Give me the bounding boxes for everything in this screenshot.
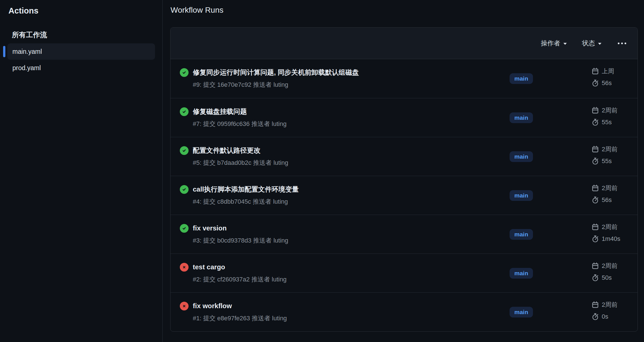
- runs-filter-bar: 操作者 状态: [171, 28, 638, 59]
- chevron-down-icon: [598, 43, 601, 45]
- calendar-icon: [592, 146, 599, 153]
- sidebar-item-prod-yaml[interactable]: prod.yaml: [7, 60, 155, 76]
- run-subtitle: #5: 提交 b7daad0b2c 推送者 luting: [193, 159, 288, 167]
- run-duration: 55s: [602, 118, 612, 126]
- run-duration: 0s: [602, 312, 608, 321]
- run-title[interactable]: 修复磁盘挂载问题: [193, 107, 287, 116]
- sidebar-item-main-yaml[interactable]: main.yaml: [7, 43, 155, 60]
- kebab-icon: [625, 43, 626, 44]
- workflow-run-row[interactable]: 修复磁盘挂载问题 #7: 提交 0959f6c636 推送者 luting ma…: [171, 98, 638, 137]
- workflow-run-row[interactable]: fix version #3: 提交 b0cd9378d3 推送者 luting…: [171, 215, 638, 254]
- run-subtitle: #7: 提交 0959f6c636 推送者 luting: [193, 120, 287, 128]
- branch-badge[interactable]: main: [510, 112, 533, 123]
- branch-badge[interactable]: main: [510, 307, 533, 317]
- success-icon: [180, 224, 189, 233]
- success-icon: [180, 185, 189, 194]
- branch-badge[interactable]: main: [510, 73, 533, 84]
- run-subtitle: #4: 提交 c8dbb7045c 推送者 luting: [193, 197, 299, 206]
- run-date: 2周前: [602, 223, 618, 231]
- calendar-icon: [592, 301, 599, 308]
- run-subtitle: #2: 提交 cf260937a2 推送者 luting: [193, 275, 287, 284]
- branch-badge[interactable]: main: [510, 151, 533, 162]
- success-icon: [180, 68, 189, 77]
- run-duration: 56s: [602, 79, 612, 87]
- stopwatch-icon: [592, 79, 599, 87]
- run-meta: 2周前 55s: [592, 106, 618, 126]
- main-content: Workflow Runs 操作者 状态: [163, 0, 644, 342]
- run-meta: 2周前 1m40s: [592, 223, 620, 243]
- workflow-run-row[interactable]: 修复同步运行时间计算问题, 同步关机前卸载默认组磁盘 #9: 提交 16e70e…: [171, 59, 638, 98]
- success-icon: [180, 107, 189, 116]
- calendar-icon: [592, 223, 599, 231]
- stopwatch-icon: [592, 274, 599, 281]
- status-filter-label: 状态: [582, 39, 595, 48]
- run-subtitle: #1: 提交 e8e97fe263 推送者 luting: [193, 314, 287, 323]
- run-subtitle: #9: 提交 16e70e7c92 推送者 luting: [193, 81, 359, 89]
- run-title[interactable]: 配置文件默认路径更改: [193, 146, 288, 155]
- branch-badge[interactable]: main: [510, 190, 533, 201]
- workflow-run-row[interactable]: call执行脚本添加配置文件环境变量 #4: 提交 c8dbb7045c 推送者…: [171, 176, 638, 215]
- calendar-icon: [592, 107, 599, 114]
- stopwatch-icon: [592, 157, 599, 165]
- run-date: 上周: [602, 67, 614, 75]
- run-duration: 1m40s: [602, 235, 620, 243]
- workflow-run-row[interactable]: fix workflow #1: 提交 e8e97fe263 推送者 lutin…: [171, 292, 638, 331]
- chevron-down-icon: [563, 43, 567, 45]
- success-icon: [180, 146, 189, 155]
- page: Actions 所有工作流 main.yaml prod.yaml Workfl…: [0, 0, 644, 342]
- run-date: 2周前: [602, 301, 618, 309]
- stopwatch-icon: [592, 235, 599, 243]
- workflow-run-row[interactable]: test cargo #2: 提交 cf260937a2 推送者 luting …: [171, 254, 638, 292]
- run-duration: 50s: [602, 274, 612, 282]
- failure-icon: [180, 302, 189, 310]
- run-date: 2周前: [602, 145, 618, 154]
- stopwatch-icon: [592, 119, 599, 126]
- branch-badge[interactable]: main: [510, 229, 533, 240]
- run-meta: 2周前 55s: [592, 145, 618, 165]
- run-duration: 56s: [602, 196, 612, 204]
- run-title[interactable]: call执行脚本添加配置文件环境变量: [193, 185, 299, 194]
- kebab-icon: [618, 43, 619, 44]
- calendar-icon: [592, 262, 599, 270]
- runs-list: 修复同步运行时间计算问题, 同步关机前卸载默认组磁盘 #9: 提交 16e70e…: [171, 59, 638, 331]
- run-title[interactable]: fix workflow: [193, 301, 287, 311]
- run-subtitle: #3: 提交 b0cd9378d3 推送者 luting: [193, 236, 288, 245]
- run-title[interactable]: test cargo: [193, 262, 287, 272]
- run-title[interactable]: 修复同步运行时间计算问题, 同步关机前卸载默认组磁盘: [193, 68, 359, 77]
- run-meta: 2周前 50s: [592, 262, 618, 282]
- actor-filter-label: 操作者: [541, 39, 560, 48]
- stopwatch-icon: [592, 313, 599, 320]
- workflow-runs-panel: 操作者 状态: [170, 27, 638, 332]
- branch-badge[interactable]: main: [510, 268, 533, 279]
- calendar-icon: [592, 68, 599, 75]
- run-meta: 2周前 0s: [592, 301, 618, 321]
- run-meta: 上周 56s: [592, 67, 614, 87]
- sidebar-item-all-workflows[interactable]: 所有工作流: [12, 30, 47, 39]
- run-title[interactable]: fix version: [193, 223, 288, 233]
- selected-indicator: [3, 46, 5, 57]
- run-duration: 55s: [602, 157, 612, 165]
- run-date: 2周前: [602, 262, 618, 270]
- failure-icon: [180, 263, 189, 272]
- workflow-nav: main.yaml prod.yaml: [8, 43, 155, 76]
- stopwatch-icon: [592, 196, 599, 204]
- actions-sidebar: Actions 所有工作流 main.yaml prod.yaml: [0, 0, 163, 342]
- calendar-icon: [592, 185, 599, 192]
- sidebar-item-label: prod.yaml: [12, 64, 41, 72]
- run-meta: 2周前 56s: [592, 184, 618, 204]
- run-date: 2周前: [602, 106, 618, 115]
- sidebar-item-label: main.yaml: [12, 48, 42, 55]
- more-options-button[interactable]: [617, 40, 627, 46]
- workflow-run-row[interactable]: 配置文件默认路径更改 #5: 提交 b7daad0b2c 推送者 luting …: [171, 137, 638, 176]
- status-filter-button[interactable]: 状态: [582, 39, 601, 48]
- kebab-icon: [621, 43, 623, 44]
- page-title: Workflow Runs: [171, 6, 638, 15]
- sidebar-title: Actions: [8, 6, 155, 15]
- actor-filter-button[interactable]: 操作者: [541, 39, 567, 48]
- run-date: 2周前: [602, 184, 618, 192]
